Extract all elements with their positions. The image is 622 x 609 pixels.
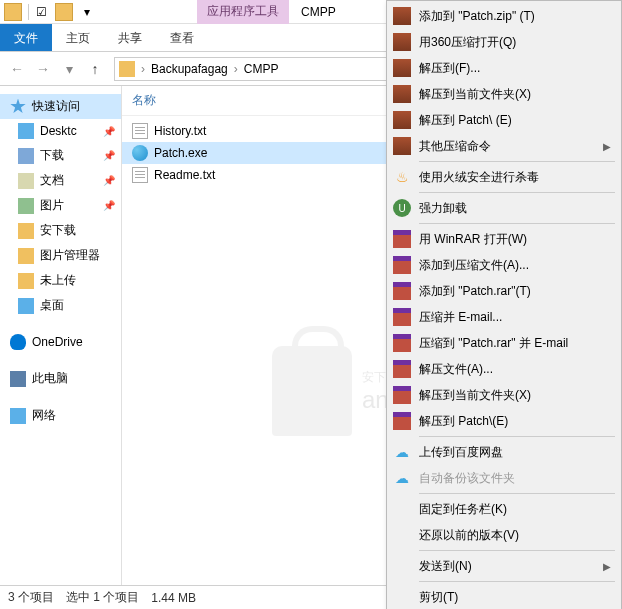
rar-icon bbox=[393, 412, 411, 430]
sidebar-label: 快速访问 bbox=[32, 98, 80, 115]
status-selected: 选中 1 个项目 bbox=[66, 589, 139, 606]
context-menu-item[interactable]: 压缩到 "Patch.rar" 并 E-mail bbox=[389, 330, 619, 356]
context-menu-label: 添加到 "Patch.rar"(T) bbox=[419, 283, 531, 300]
context-menu-item[interactable]: 添加到 "Patch.zip" (T) bbox=[389, 3, 619, 29]
context-menu-item[interactable]: ♨使用火绒安全进行杀毒 bbox=[389, 164, 619, 190]
context-separator bbox=[419, 223, 615, 224]
sidebar-label: 文档 bbox=[40, 172, 64, 189]
qat-button[interactable]: ☑ bbox=[31, 2, 51, 22]
sidebar-item-documents[interactable]: 文档📌 bbox=[0, 168, 121, 193]
sidebar-item-desktop2[interactable]: 桌面 bbox=[0, 293, 121, 318]
sidebar-label: 此电脑 bbox=[32, 370, 68, 387]
sidebar-quick-access[interactable]: 快速访问 bbox=[0, 94, 121, 119]
sidebar-onedrive[interactable]: OneDrive bbox=[0, 330, 121, 354]
context-menu-label: 用360压缩打开(Q) bbox=[419, 34, 516, 51]
context-separator bbox=[419, 493, 615, 494]
nav-recent-dropdown[interactable]: ▾ bbox=[56, 56, 82, 82]
sidebar-label: 未上传 bbox=[40, 272, 76, 289]
downloads-icon bbox=[18, 148, 34, 164]
context-menu-item[interactable]: 解压文件(A)... bbox=[389, 356, 619, 382]
desktop-icon bbox=[18, 123, 34, 139]
folder-icon bbox=[18, 223, 34, 239]
ribbon-tab-home[interactable]: 主页 bbox=[52, 24, 104, 51]
nav-forward[interactable]: → bbox=[30, 56, 56, 82]
context-menu-label: 还原以前的版本(V) bbox=[419, 527, 519, 544]
text-file-icon bbox=[132, 123, 148, 139]
nav-back[interactable]: ← bbox=[4, 56, 30, 82]
sidebar-label: 图片 bbox=[40, 197, 64, 214]
rar-icon bbox=[393, 360, 411, 378]
sidebar-label: 下载 bbox=[40, 147, 64, 164]
context-menu-item[interactable]: 还原以前的版本(V) bbox=[389, 522, 619, 548]
context-menu-item[interactable]: 解压到 Patch\(E) bbox=[389, 408, 619, 434]
none-icon bbox=[393, 526, 411, 544]
sidebar-label: 桌面 bbox=[40, 297, 64, 314]
network-icon bbox=[10, 408, 26, 424]
sidebar-item-folder[interactable]: 未上传 bbox=[0, 268, 121, 293]
context-menu-item[interactable]: 用360压缩打开(Q) bbox=[389, 29, 619, 55]
context-menu-item[interactable]: 添加到 "Patch.rar"(T) bbox=[389, 278, 619, 304]
file-name: Patch.exe bbox=[154, 146, 207, 160]
sidebar-label: 安下载 bbox=[40, 222, 76, 239]
file-name: Readme.txt bbox=[154, 168, 215, 182]
rar-icon bbox=[393, 386, 411, 404]
ribbon-file-tab[interactable]: 文件 bbox=[0, 24, 52, 51]
sidebar-network[interactable]: 网络 bbox=[0, 403, 121, 428]
sidebar-item-desktop[interactable]: Desktc📌 bbox=[0, 119, 121, 143]
context-menu-item[interactable]: 压缩并 E-mail... bbox=[389, 304, 619, 330]
context-menu-item[interactable]: 解压到当前文件夹(X) bbox=[389, 382, 619, 408]
context-menu-label: 解压到(F)... bbox=[419, 60, 480, 77]
context-separator bbox=[419, 581, 615, 582]
sidebar-item-folder[interactable]: 安下载 bbox=[0, 218, 121, 243]
sidebar-thispc[interactable]: 此电脑 bbox=[0, 366, 121, 391]
pictures-icon bbox=[18, 198, 34, 214]
sidebar-item-folder[interactable]: 图片管理器 bbox=[0, 243, 121, 268]
sidebar-label: 网络 bbox=[32, 407, 56, 424]
address-segment[interactable]: Backupafagag bbox=[147, 62, 232, 76]
chevron-right-icon[interactable]: › bbox=[139, 62, 147, 76]
context-menu-item[interactable]: 发送到(N)▶ bbox=[389, 553, 619, 579]
chevron-right-icon: ▶ bbox=[603, 561, 611, 572]
none-icon bbox=[393, 588, 411, 606]
sidebar-label: 图片管理器 bbox=[40, 247, 100, 264]
context-menu-label: 发送到(N) bbox=[419, 558, 472, 575]
context-menu-item[interactable]: 解压到 Patch\ (E) bbox=[389, 107, 619, 133]
nav-up[interactable]: ↑ bbox=[82, 56, 108, 82]
window-title: CMPP bbox=[289, 1, 348, 23]
chevron-right-icon[interactable]: › bbox=[232, 62, 240, 76]
folder-icon bbox=[18, 273, 34, 289]
context-menu-item[interactable]: 解压到(F)... bbox=[389, 55, 619, 81]
sidebar-item-pictures[interactable]: 图片📌 bbox=[0, 193, 121, 218]
rar-icon bbox=[393, 230, 411, 248]
ribbon-tab-share[interactable]: 共享 bbox=[104, 24, 156, 51]
ribbon-tab-view[interactable]: 查看 bbox=[156, 24, 208, 51]
context-menu-item[interactable]: ☁上传到百度网盘 bbox=[389, 439, 619, 465]
context-menu-item: ☁自动备份该文件夹 bbox=[389, 465, 619, 491]
status-size: 1.44 MB bbox=[151, 591, 196, 605]
qat-folder-icon[interactable] bbox=[55, 3, 73, 21]
zip-icon bbox=[393, 85, 411, 103]
none-icon bbox=[393, 500, 411, 518]
rar-icon bbox=[393, 334, 411, 352]
nav-pane: 快速访问 Desktc📌 下载📌 文档📌 图片📌 安下载 图片管理器 未上传 桌… bbox=[0, 86, 122, 585]
sidebar-item-downloads[interactable]: 下载📌 bbox=[0, 143, 121, 168]
context-menu-item[interactable]: 用 WinRAR 打开(W) bbox=[389, 226, 619, 252]
context-menu-item[interactable]: 其他压缩命令▶ bbox=[389, 133, 619, 159]
zip-icon bbox=[393, 33, 411, 51]
address-segment[interactable]: CMPP bbox=[240, 62, 283, 76]
context-menu-item[interactable]: 剪切(T) bbox=[389, 584, 619, 609]
pc-icon bbox=[10, 371, 26, 387]
none-icon bbox=[393, 557, 411, 575]
zip-icon bbox=[393, 111, 411, 129]
sidebar-label: OneDrive bbox=[32, 335, 83, 349]
pin-icon: 📌 bbox=[103, 200, 115, 211]
context-menu-label: 自动备份该文件夹 bbox=[419, 470, 515, 487]
context-menu-item[interactable]: U强力卸载 bbox=[389, 195, 619, 221]
context-menu-item[interactable]: 解压到当前文件夹(X) bbox=[389, 81, 619, 107]
context-menu-item[interactable]: 添加到压缩文件(A)... bbox=[389, 252, 619, 278]
context-menu-item[interactable]: 固定到任务栏(K) bbox=[389, 496, 619, 522]
zip-icon bbox=[393, 59, 411, 77]
context-menu-label: 添加到压缩文件(A)... bbox=[419, 257, 529, 274]
qat-dropdown[interactable]: ▾ bbox=[77, 2, 97, 22]
context-menu-label: 固定到任务栏(K) bbox=[419, 501, 507, 518]
